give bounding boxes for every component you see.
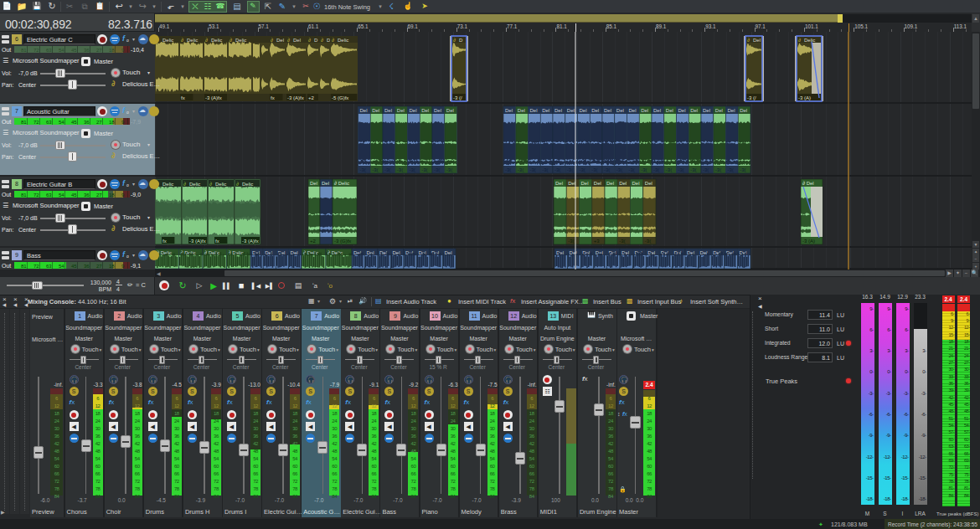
svg-text:Del: Del	[322, 181, 329, 186]
svg-text:Del: Del	[567, 108, 575, 113]
svg-text:-3(: -3(	[728, 167, 734, 172]
svg-text:Del: Del	[379, 250, 387, 255]
svg-text:+2: +2	[310, 239, 317, 244]
svg-text:Del: Del	[715, 108, 723, 113]
svg-text:Del: Del	[606, 181, 614, 186]
svg-text:+3: +3	[594, 239, 601, 244]
svg-text:Del: Del	[310, 181, 317, 186]
svg-text:-3(: -3(	[580, 167, 585, 172]
svg-text:-3 (A)fx: -3 (A)fx	[242, 239, 259, 244]
svg-text:-3(: -3(	[678, 167, 684, 172]
svg-text:Delic: Delic	[235, 38, 246, 43]
svg-text:∂: ∂	[287, 38, 290, 43]
svg-text:-3 (G)fx: -3 (G)fx	[334, 239, 351, 244]
svg-text:+2: +2	[308, 95, 315, 100]
svg-text:Del: Del	[397, 108, 405, 113]
svg-text:∂: ∂	[209, 182, 212, 187]
svg-text:fx: fx	[162, 239, 167, 244]
svg-text:fx: fx	[181, 95, 185, 100]
svg-text:Del: Del	[530, 108, 538, 113]
svg-text:Delic: Delic	[215, 182, 226, 187]
svg-text:-3 (A): -3 (A)	[798, 95, 811, 100]
svg-text:Del: Del	[653, 108, 661, 113]
svg-text:-3(: -3(	[568, 239, 574, 244]
svg-text:fx: fx	[271, 95, 275, 100]
svg-text:-3(: -3(	[616, 167, 622, 172]
svg-text:∂ Delic: ∂ Delic	[334, 181, 349, 186]
svg-text:Del: Del	[367, 250, 374, 255]
svg-text:Del: Del	[629, 108, 637, 113]
svg-text:-3(: -3(	[518, 167, 524, 172]
svg-text:∂: ∂	[205, 38, 208, 43]
svg-text:-5 (G)fx: -5 (G)fx	[332, 95, 348, 100]
svg-text:Del: Del	[518, 108, 525, 113]
svg-text:Delic: Delic	[242, 182, 253, 187]
svg-text:-3(: -3(	[372, 167, 378, 172]
svg-text:Del: Del	[276, 38, 284, 43]
svg-text:-3(: -3(	[360, 167, 366, 172]
svg-text:-3(: -3(	[567, 167, 573, 172]
svg-text:∂: ∂	[321, 38, 323, 43]
svg-text:Del: Del	[690, 108, 698, 113]
svg-text:∂ Del: ∂ Del	[802, 181, 814, 186]
svg-text:∂: ∂	[181, 38, 183, 43]
svg-text:Del: Del	[666, 108, 673, 113]
svg-text:Del: Del	[434, 108, 441, 113]
svg-text:Delic: Delic	[211, 38, 222, 43]
svg-text:Delic: Delic	[162, 38, 173, 43]
svg-text:Del: Del	[632, 181, 640, 186]
svg-text:-3 (A)fx: -3 (A)fx	[189, 239, 206, 244]
svg-text:∂: ∂	[453, 38, 456, 43]
svg-text:Delic: Delic	[187, 38, 198, 43]
svg-text:-3(: -3(	[542, 167, 548, 172]
svg-text:-3 (A): -3 (A)	[802, 239, 815, 244]
svg-text:-3 (A)fx: -3 (A)fx	[205, 95, 222, 100]
svg-text:-3(: -3(	[619, 239, 625, 244]
svg-text:-3(: -3(	[641, 167, 647, 172]
svg-text:Del: Del	[421, 108, 429, 113]
svg-text:∂: ∂	[308, 38, 311, 43]
svg-text:Del: Del	[568, 181, 575, 186]
svg-text:Del: Del	[372, 108, 379, 113]
svg-text:Del: Del	[384, 108, 392, 113]
svg-text:Del: Del	[594, 181, 601, 186]
svg-text:-3(: -3(	[740, 167, 745, 172]
svg-text:Del: Del	[740, 108, 747, 113]
svg-text:-3(: -3(	[397, 167, 403, 172]
svg-text:Del: Del	[645, 181, 652, 186]
svg-text:-3 (/: -3 (/	[453, 95, 462, 100]
svg-text:-3(: -3(	[629, 167, 635, 172]
svg-text:Del: Del	[580, 108, 587, 113]
svg-text:Del: Del	[753, 38, 761, 43]
svg-text:Del: Del	[700, 250, 708, 255]
svg-text:∂: ∂	[747, 38, 750, 43]
svg-text:-3(: -3(	[690, 167, 696, 172]
svg-text:-3(: -3(	[715, 167, 721, 172]
svg-text:Del: Del	[619, 181, 627, 186]
svg-text:Del: Del	[581, 181, 589, 186]
svg-text:-3(: -3(	[410, 167, 415, 172]
svg-text:-3(: -3(	[505, 167, 511, 172]
svg-text:Del: Del	[678, 108, 686, 113]
svg-text:Del: Del	[360, 108, 368, 113]
svg-text:-3(: -3(	[604, 167, 610, 172]
svg-text:-3(: -3(	[446, 167, 452, 172]
svg-text:-3(: -3(	[653, 167, 659, 172]
svg-text:Del: Del	[728, 108, 735, 113]
svg-text:Del: Del	[616, 108, 624, 113]
svg-text:-3 (/: -3 (/	[747, 95, 756, 100]
svg-text:Del: Del	[446, 108, 454, 113]
svg-text:-3(: -3(	[421, 167, 427, 172]
svg-text:fx: fx	[215, 239, 219, 244]
svg-text:Del: Del	[554, 108, 562, 113]
svg-text:-3(: -3(	[530, 167, 536, 172]
svg-text:Del: Del	[555, 181, 563, 186]
svg-text:-3(: -3(	[384, 167, 390, 172]
svg-text:Del: Del	[591, 108, 599, 113]
svg-text:Del: Del	[293, 38, 301, 43]
svg-text:∂: ∂	[332, 38, 334, 43]
svg-text:Del: Del	[505, 108, 513, 113]
svg-text:Delic: Delic	[804, 38, 815, 43]
svg-text:∂: ∂	[271, 38, 273, 43]
svg-text:-3(: -3(	[645, 239, 651, 244]
